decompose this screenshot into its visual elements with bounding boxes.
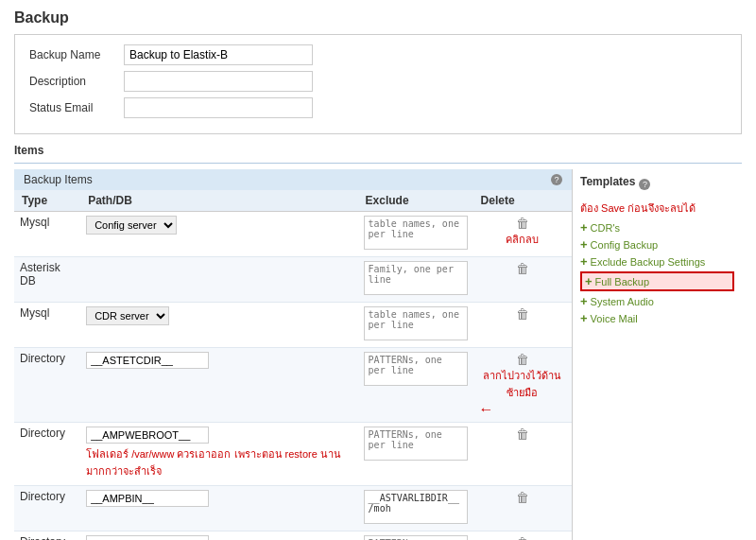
template-plus-icon: +	[580, 311, 588, 325]
delete-cell: 🗑	[473, 486, 572, 531]
backup-name-label: Backup Name	[29, 48, 124, 61]
delete-button[interactable]: 🗑	[516, 216, 529, 231]
col-type-header: Type	[14, 190, 80, 212]
table-row: Directory🗑ลากไปวางไว้ด้านซ้ายมือ←	[14, 348, 572, 423]
exclude-textarea[interactable]	[364, 535, 468, 540]
items-section-label: Items	[14, 144, 742, 157]
path-select[interactable]: Config server	[86, 216, 177, 235]
template-item[interactable]: +Voice Mail	[580, 311, 734, 325]
type-cell: Directory	[14, 531, 80, 541]
template-item[interactable]: +CDR's	[580, 220, 734, 235]
backup-items-table: Type Path/DB Exclude Delete MysqlConfig …	[14, 190, 572, 540]
template-item-label: CDR's	[591, 222, 620, 234]
templates-header-label: Templates	[580, 175, 635, 188]
backup-items-info-icon[interactable]: ?	[551, 174, 562, 185]
template-items-list: +CDR's+Config Backup+Exclude Backup Sett…	[580, 220, 734, 325]
path-input[interactable]	[86, 352, 209, 369]
exclude-textarea[interactable]	[364, 306, 468, 340]
exclude-textarea[interactable]	[364, 352, 468, 386]
delete-button[interactable]: 🗑	[516, 261, 529, 276]
type-cell: Mysql	[14, 303, 80, 348]
thai-note: โฟลเดอร์ /var/www ควรเอาออก เพราะตอน res…	[86, 445, 352, 479]
description-input[interactable]	[124, 71, 313, 92]
table-row: Asterisk DB🗑	[14, 257, 572, 303]
path-cell	[80, 486, 357, 531]
template-item[interactable]: +Config Backup	[580, 237, 734, 252]
delete-button[interactable]: 🗑	[516, 490, 529, 505]
exclude-textarea[interactable]	[364, 427, 468, 461]
exclude-textarea[interactable]	[364, 216, 468, 250]
table-row: Directory🗑	[14, 531, 572, 541]
status-email-label: Status Email	[29, 101, 124, 114]
items-table-header: Backup Items ?	[14, 169, 572, 190]
template-plus-icon: +	[580, 254, 588, 269]
status-email-input[interactable]	[124, 97, 313, 118]
exclude-cell	[358, 531, 473, 541]
template-item[interactable]: +Exclude Backup Settings	[580, 254, 734, 269]
path-cell: CDR server	[80, 303, 357, 348]
page-title: Backup	[14, 9, 742, 26]
delete-note: ลากไปวางไว้ด้านซ้ายมือ	[479, 367, 566, 401]
template-item[interactable]: +System Audio	[580, 294, 734, 308]
table-row: MysqlCDR server🗑	[14, 303, 572, 348]
main-content-area: Backup Items ? Type Path/DB Exclude Dele…	[14, 169, 742, 540]
template-item-label: Voice Mail	[591, 313, 638, 324]
path-cell: Config server	[80, 212, 357, 257]
exclude-cell	[358, 348, 473, 423]
items-divider	[14, 163, 742, 164]
description-label: Description	[29, 75, 124, 88]
save-note: ต้อง Save ก่อนจึงจะลบได้	[580, 200, 734, 217]
page-container: Backup Backup Name Description Status Em…	[0, 0, 756, 540]
delete-cell: 🗑	[473, 423, 572, 486]
path-input[interactable]	[86, 490, 209, 507]
template-item-label: Full Backup	[595, 276, 649, 287]
table-row: Directory🗑	[14, 486, 572, 531]
exclude-cell	[358, 303, 473, 348]
type-cell: Directory	[14, 486, 80, 531]
template-plus-icon: +	[580, 220, 588, 235]
templates-panel: Templates ? ต้อง Save ก่อนจึงจะลบได้ +CD…	[572, 169, 742, 540]
delete-cell: 🗑	[473, 257, 572, 303]
template-item[interactable]: +Full Backup	[580, 271, 734, 291]
col-path-header: Path/DB	[80, 190, 357, 212]
delete-cell: 🗑	[473, 531, 572, 541]
template-item-label: Exclude Backup Settings	[591, 256, 706, 268]
templates-info-icon[interactable]: ?	[639, 179, 650, 190]
exclude-cell	[358, 486, 473, 531]
delete-cell: 🗑	[473, 303, 572, 348]
delete-button[interactable]: 🗑	[516, 427, 529, 442]
table-row: Directoryโฟลเดอร์ /var/www ควรเอาออก เพร…	[14, 423, 572, 486]
path-cell	[80, 531, 357, 541]
backup-items-container: Backup Items ? Type Path/DB Exclude Dele…	[14, 169, 572, 540]
template-plus-icon: +	[585, 274, 593, 288]
delete-button[interactable]: 🗑	[516, 306, 529, 322]
type-cell: Mysql	[14, 212, 80, 257]
exclude-cell	[358, 423, 473, 486]
template-plus-icon: +	[580, 237, 588, 252]
form-section: Backup Name Description Status Email	[14, 34, 742, 134]
backup-name-row: Backup Name	[29, 44, 727, 65]
backup-items-header-label: Backup Items	[24, 173, 93, 186]
backup-name-input[interactable]	[124, 44, 313, 65]
delete-cell: 🗑ลากไปวางไว้ด้านซ้ายมือ←	[473, 348, 572, 423]
description-row: Description	[29, 71, 727, 92]
col-delete-header: Delete	[473, 190, 572, 212]
type-cell: Asterisk DB	[14, 257, 80, 303]
path-input[interactable]	[86, 427, 209, 444]
type-cell: Directory	[14, 423, 80, 486]
table-header-row: Type Path/DB Exclude Delete	[14, 190, 572, 212]
template-plus-icon: +	[580, 294, 588, 308]
delete-button[interactable]: 🗑	[516, 535, 529, 540]
arrow-left-icon: ←	[479, 401, 494, 418]
type-cell: Directory	[14, 348, 80, 423]
exclude-textarea[interactable]	[364, 261, 468, 295]
delete-button[interactable]: 🗑	[516, 352, 529, 367]
path-cell	[80, 257, 357, 303]
delete-note: คลิกลบ	[479, 231, 566, 248]
template-item-label: System Audio	[591, 296, 654, 307]
delete-cell: 🗑คลิกลบ	[473, 212, 572, 257]
path-select[interactable]: CDR server	[86, 306, 169, 325]
templates-header-row: Templates ?	[580, 175, 734, 194]
exclude-textarea[interactable]	[364, 490, 468, 524]
path-input[interactable]	[86, 535, 209, 540]
